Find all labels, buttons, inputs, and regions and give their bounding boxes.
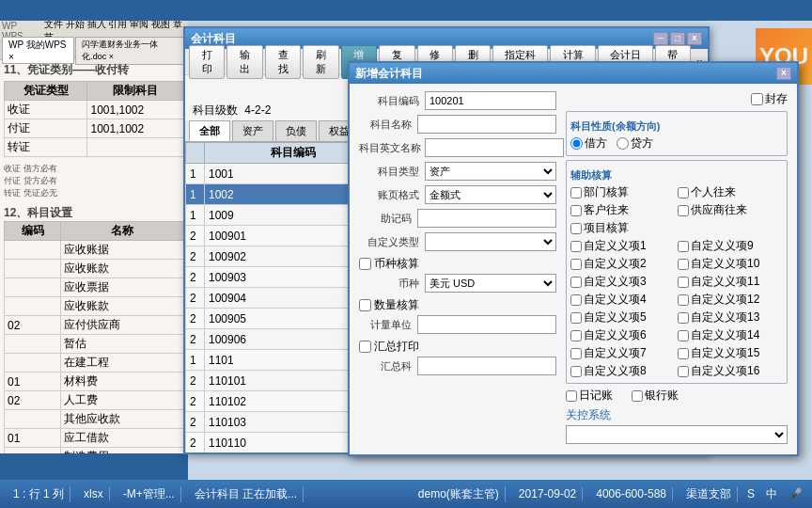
- project-label: 项目核算: [584, 220, 629, 236]
- custom8-label[interactable]: 自定义义项8: [570, 363, 676, 379]
- direction-radios: 借方 贷方: [570, 135, 783, 151]
- close-btn[interactable]: ×: [687, 32, 702, 45]
- print-btn[interactable]: 打印: [189, 45, 225, 79]
- col-level: [186, 143, 205, 164]
- custom16-label[interactable]: 自定义义项16: [678, 363, 783, 379]
- total-input[interactable]: [417, 357, 556, 375]
- dialog-titlebar-btns: ×: [776, 67, 791, 80]
- tab-liability[interactable]: 负债: [275, 120, 317, 141]
- status-file-type: xlsx: [78, 487, 110, 500]
- personal-checkbox[interactable]: [678, 187, 689, 198]
- custom2-label[interactable]: 自定义义项2: [570, 256, 676, 272]
- acc-title: 会计科目: [191, 31, 236, 47]
- supplier-label: 供应商往来: [691, 202, 747, 218]
- save-checkbox[interactable]: [751, 93, 763, 105]
- unit-row: 计量单位: [359, 315, 556, 334]
- credit-radio[interactable]: [617, 137, 629, 150]
- auxiliary-title: 辅助核算: [570, 168, 783, 183]
- code-input[interactable]: [425, 91, 556, 110]
- custom5-label[interactable]: 自定义义项5: [570, 310, 676, 325]
- name-input[interactable]: [417, 115, 556, 134]
- custom-type-select[interactable]: [425, 232, 556, 251]
- direction-section: 科目性质(余额方向) 借方 贷方: [566, 111, 788, 156]
- currency-checkbox[interactable]: [359, 258, 371, 270]
- wps-tab-my[interactable]: WP 我的WPS ×: [2, 37, 74, 64]
- currency-select[interactable]: 美元 USD 人民币 RMB: [425, 274, 556, 293]
- personal-label: 个人往来: [691, 184, 736, 200]
- status-phone: 4006-600-588: [590, 487, 673, 500]
- project-checkbox[interactable]: [570, 223, 582, 234]
- dialog-left-col: 科目编码 科目名称 科目英文名称 科目类型 资产 负债 权益: [359, 91, 556, 444]
- supplier-checkbox-label[interactable]: 供应商往来: [678, 202, 783, 218]
- memo-input[interactable]: [417, 209, 556, 228]
- minimize-btn[interactable]: ─: [653, 32, 668, 45]
- type-row: 科目类型 资产 负债 权益: [359, 162, 556, 181]
- project-checkbox-label[interactable]: 项目核算: [570, 220, 676, 236]
- currency-section: 币种核算: [359, 256, 556, 272]
- customer-checkbox-label[interactable]: 客户往来: [570, 202, 676, 218]
- status-date: 2017-09-02: [513, 487, 583, 500]
- refresh-btn[interactable]: 刷新: [303, 45, 338, 79]
- custom6-label[interactable]: 自定义义项6: [570, 327, 676, 343]
- debit-radio-label[interactable]: 借方: [570, 135, 607, 151]
- customer-checkbox[interactable]: [570, 205, 582, 216]
- custom14-label[interactable]: 自定义义项14: [678, 327, 783, 343]
- custom11-label[interactable]: 自定义义项11: [678, 274, 783, 290]
- custom1-label[interactable]: 自定义义项1: [570, 238, 676, 254]
- system-select[interactable]: [566, 425, 788, 444]
- dialog-content: 科目编码 科目名称 科目英文名称 科目类型 资产 负债 权益: [350, 84, 797, 452]
- custom7-label[interactable]: 自定义义项7: [570, 345, 676, 361]
- dialog-close-btn[interactable]: ×: [776, 67, 791, 80]
- left-wps-panel: WP WPS 文件 开始 插入 引用 审阅 视图 章节 WP 我的WPS × 闪…: [0, 21, 188, 453]
- voucher-note-debit: 收证 借方必有: [4, 163, 184, 175]
- summary-checkbox[interactable]: [359, 341, 371, 353]
- code-row: 科目编码: [359, 91, 556, 110]
- quantity-checkbox[interactable]: [359, 299, 371, 311]
- eng-name-input[interactable]: [425, 138, 564, 157]
- unit-input[interactable]: [417, 315, 556, 334]
- currency-label: 币种核算: [374, 256, 419, 272]
- custom13-label[interactable]: 自定义义项13: [678, 310, 783, 325]
- export-btn[interactable]: 输出: [226, 45, 262, 79]
- daily-checkbox[interactable]: [566, 390, 577, 402]
- dialog-titlebar: 新增会计科目 ×: [350, 63, 797, 84]
- custom15-label[interactable]: 自定义义项15: [678, 345, 783, 361]
- bank-text: 银行账: [645, 388, 679, 404]
- maximize-btn[interactable]: □: [670, 32, 685, 45]
- summary-section: 汇总打印: [359, 339, 556, 355]
- level-info: 科目级数 4-2-2: [193, 103, 271, 119]
- direction-title: 科目性质(余额方向): [570, 119, 783, 134]
- tray-mic[interactable]: 🎤: [787, 487, 804, 500]
- memo-row: 助记码: [359, 209, 556, 228]
- code-label: 科目编码: [359, 94, 425, 108]
- name-label: 科目名称: [359, 118, 417, 132]
- debit-label: 借方: [585, 135, 607, 151]
- custom12-label[interactable]: 自定义义项12: [678, 292, 783, 308]
- section-12: 12、科目设置: [4, 205, 184, 221]
- type-select[interactable]: 资产 负债 权益: [425, 162, 556, 181]
- wps-tab-doc[interactable]: 闪学遁财务业务一体化.doc ×: [75, 37, 186, 65]
- dialog-title: 新增会计科目: [355, 66, 423, 82]
- personal-checkbox-label[interactable]: 个人往来: [678, 184, 783, 200]
- search-btn[interactable]: 查找: [265, 45, 301, 79]
- bank-checkbox[interactable]: [632, 390, 643, 402]
- dept-checkbox-label[interactable]: 部门核算: [570, 184, 676, 200]
- tray-s: S: [745, 487, 757, 500]
- supplier-checkbox[interactable]: [678, 205, 689, 216]
- custom9-label[interactable]: 自定义义项9: [678, 238, 783, 254]
- daily-label[interactable]: 日记账: [566, 388, 613, 404]
- custom4-label[interactable]: 自定义义项4: [570, 292, 676, 308]
- auxiliary-grid: 部门核算 个人往来 客户往来 供应商往来 项目核算 自定义义项1 自定义义项9 …: [570, 184, 783, 379]
- tab-asset[interactable]: 资产: [232, 120, 273, 141]
- extra-checkboxes: 日记账 银行账: [566, 388, 788, 404]
- bank-label[interactable]: 银行账: [632, 388, 679, 404]
- credit-radio-label[interactable]: 贷方: [617, 135, 653, 151]
- summary-label: 汇总打印: [374, 339, 419, 355]
- custom-type-label: 自定义类型: [359, 235, 425, 249]
- custom3-label[interactable]: 自定义义项3: [570, 274, 676, 290]
- tab-all[interactable]: 全部: [189, 120, 230, 141]
- custom10-label[interactable]: 自定义义项10: [678, 256, 783, 272]
- dept-checkbox[interactable]: [570, 187, 582, 198]
- debit-radio[interactable]: [570, 137, 583, 150]
- account-format-select[interactable]: 金额式 数量金额式: [425, 185, 556, 204]
